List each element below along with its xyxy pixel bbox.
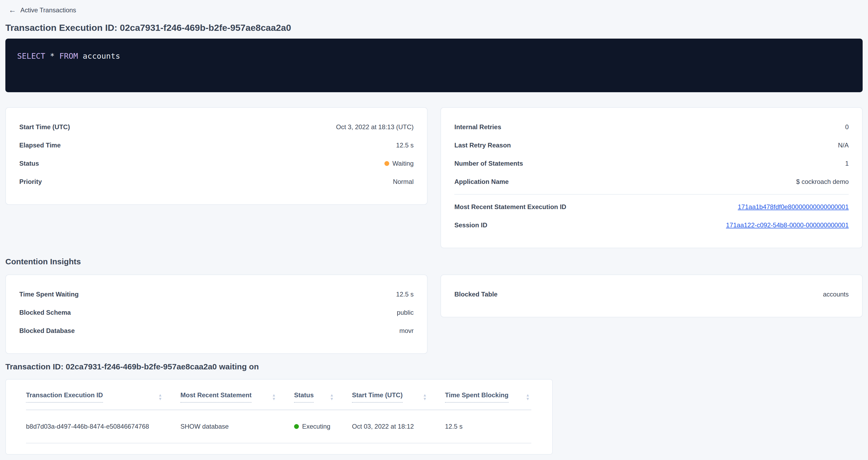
- info-row-session-id: Session ID 171aa122-c092-54b8-0000-00000…: [454, 216, 849, 234]
- table-header-row: Transaction Execution ID ▲▼ Most Recent …: [26, 379, 531, 410]
- summary-card-right: Internal Retries 0 Last Retry Reason N/A…: [440, 107, 863, 248]
- info-row-blocked-schema: Blocked Schema public: [19, 303, 414, 322]
- info-label: Status: [19, 160, 39, 167]
- info-label: Session ID: [454, 221, 487, 229]
- info-value: $ cockroach demo: [796, 178, 849, 185]
- info-value: public: [397, 309, 414, 316]
- info-value: movr: [399, 327, 414, 335]
- info-row-statement-execution-id: Most Recent Statement Execution ID 171aa…: [454, 198, 849, 216]
- transaction-details-page: ← Active Transactions Transaction Execut…: [0, 0, 868, 455]
- column-header-status[interactable]: Status ▲▼: [294, 391, 352, 403]
- table-row: b8d7d03a-d497-446b-8474-e50846674768 SHO…: [26, 410, 531, 443]
- status-text: Executing: [302, 423, 330, 430]
- cell-start-time: Oct 03, 2022 at 18:12: [352, 423, 445, 430]
- column-header-time-spent-blocking[interactable]: Time Spent Blocking ▲▼: [445, 391, 531, 403]
- info-row-status: Status Waiting: [19, 154, 414, 173]
- sort-icon: ▲▼: [526, 393, 530, 401]
- info-label: Internal Retries: [454, 123, 501, 131]
- column-header-label: Most Recent Statement: [180, 391, 251, 403]
- info-value: Normal: [393, 178, 414, 185]
- status-text: Waiting: [393, 160, 414, 167]
- info-row-internal-retries: Internal Retries 0: [454, 118, 849, 136]
- back-link-label: Active Transactions: [20, 6, 76, 14]
- status-waiting-dot-icon: [384, 161, 389, 166]
- info-row-blocked-table: Blocked Table accounts: [454, 285, 849, 303]
- sql-keyword: SELECT: [17, 52, 45, 61]
- info-value: 12.5 s: [396, 290, 414, 298]
- info-row-last-retry-reason: Last Retry Reason N/A: [454, 136, 849, 154]
- cell-most-recent-statement: SHOW database: [180, 423, 294, 430]
- info-label: Most Recent Statement Execution ID: [454, 203, 566, 211]
- info-value: 0: [845, 123, 849, 131]
- column-header-label: Transaction Execution ID: [26, 391, 103, 403]
- cell-status: Executing: [294, 423, 352, 430]
- column-header-label: Status: [294, 391, 314, 403]
- info-label: Last Retry Reason: [454, 142, 511, 149]
- waiting-on-table: Transaction Execution ID ▲▼ Most Recent …: [5, 379, 553, 455]
- sql-statement-box: SELECT * FROM accounts: [5, 39, 863, 92]
- cell-transaction-execution-id: b8d7d03a-d497-446b-8474-e50846674768: [26, 423, 180, 430]
- card-divider: [454, 194, 849, 195]
- column-header-label: Start Time (UTC): [352, 391, 403, 403]
- info-row-time-spent-waiting: Time Spent Waiting 12.5 s: [19, 285, 414, 303]
- info-row-number-of-statements: Number of Statements 1: [454, 154, 849, 173]
- info-row-priority: Priority Normal: [19, 173, 414, 191]
- status-executing-dot-icon: [294, 424, 299, 429]
- info-label: Priority: [19, 178, 42, 185]
- column-header-transaction-execution-id[interactable]: Transaction Execution ID ▲▼: [26, 391, 180, 403]
- sort-icon: ▲▼: [330, 393, 334, 401]
- info-row-start-time: Start Time (UTC) Oct 3, 2022 at 18:13 (U…: [19, 118, 414, 136]
- info-value: N/A: [838, 142, 849, 149]
- info-label: Time Spent Waiting: [19, 290, 79, 298]
- cell-time-spent-blocking: 12.5 s: [445, 423, 531, 430]
- info-row-blocked-database: Blocked Database movr: [19, 322, 414, 340]
- info-value: Oct 3, 2022 at 18:13 (UTC): [336, 123, 414, 131]
- info-label: Number of Statements: [454, 160, 523, 167]
- info-label: Elapsed Time: [19, 142, 61, 149]
- sql-text: *: [45, 52, 59, 61]
- contention-cards: Time Spent Waiting 12.5 s Blocked Schema…: [5, 275, 863, 354]
- waiting-on-heading: Transaction ID: 02ca7931-f246-469b-b2fe-…: [5, 362, 863, 371]
- page-title: Transaction Execution ID: 02ca7931-f246-…: [5, 22, 863, 33]
- info-label: Blocked Table: [454, 290, 498, 298]
- info-label: Start Time (UTC): [19, 123, 70, 131]
- back-arrow-icon: ←: [8, 6, 16, 14]
- back-link[interactable]: ← Active Transactions: [5, 4, 863, 15]
- info-row-application-name: Application Name $ cockroach demo: [454, 173, 849, 191]
- sort-icon: ▲▼: [423, 393, 427, 401]
- info-value: accounts: [823, 290, 849, 298]
- info-label: Blocked Schema: [19, 309, 71, 316]
- column-header-start-time[interactable]: Start Time (UTC) ▲▼: [352, 391, 445, 403]
- sql-keyword: FROM: [59, 52, 78, 61]
- info-label: Application Name: [454, 178, 509, 185]
- session-id-link[interactable]: 171aa122-c092-54b8-0000-000000000001: [726, 221, 849, 229]
- summary-cards: Start Time (UTC) Oct 3, 2022 at 18:13 (U…: [5, 107, 863, 248]
- column-header-label: Time Spent Blocking: [445, 391, 508, 403]
- sql-table-name: accounts: [78, 52, 120, 61]
- summary-card-left: Start Time (UTC) Oct 3, 2022 at 18:13 (U…: [5, 107, 428, 205]
- sort-icon: ▲▼: [158, 393, 162, 401]
- contention-insights-heading: Contention Insights: [5, 257, 863, 267]
- status-badge: Waiting: [384, 160, 414, 167]
- info-value: 12.5 s: [396, 142, 414, 149]
- statement-execution-id-link[interactable]: 171aa1b478fdf0e80000000000000001: [738, 203, 849, 211]
- contention-card-right: Blocked Table accounts: [440, 275, 863, 317]
- info-label: Blocked Database: [19, 327, 75, 335]
- column-header-most-recent-statement[interactable]: Most Recent Statement ▲▼: [180, 391, 294, 403]
- info-value: 1: [845, 160, 849, 167]
- sort-icon: ▲▼: [272, 393, 276, 401]
- contention-card-left: Time Spent Waiting 12.5 s Blocked Schema…: [5, 275, 428, 354]
- info-row-elapsed-time: Elapsed Time 12.5 s: [19, 136, 414, 154]
